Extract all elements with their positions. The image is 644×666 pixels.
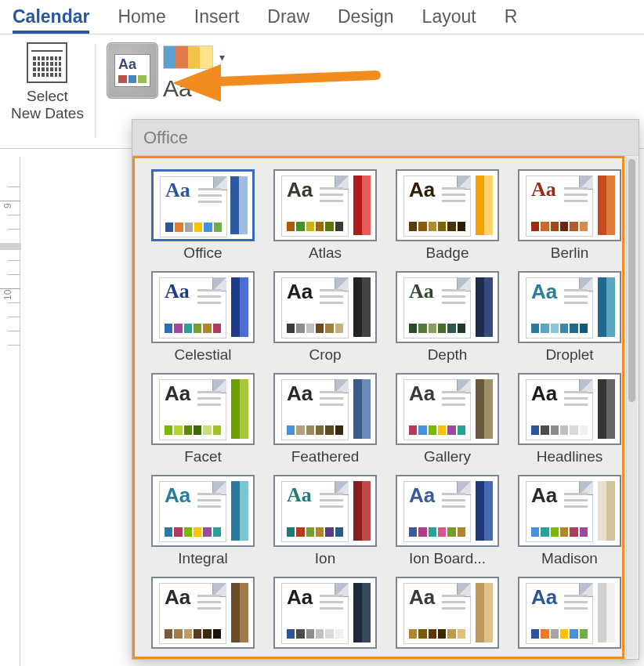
theme-thumb[interactable]: Aa bbox=[396, 169, 499, 241]
theme-thumb[interactable]: Aa bbox=[273, 271, 377, 343]
vertical-ruler: 9 10 bbox=[0, 157, 20, 666]
theme-thumb[interactable]: Aa bbox=[518, 373, 621, 445]
theme-thumb[interactable]: Aa bbox=[518, 169, 621, 241]
theme-label: Ion Board... bbox=[409, 550, 486, 567]
fonts-icon: Aa bbox=[163, 75, 192, 102]
chevron-down-icon: ▾ bbox=[198, 82, 204, 95]
ribbon-tabs: Calendar Home Insert Draw Design Layout … bbox=[0, 0, 644, 34]
theme-cell: AaDepth bbox=[390, 271, 505, 364]
themes-gallery: Office AaOfficeAaAtlasAaBadgeAaBerlinAaC… bbox=[132, 119, 639, 660]
ribbon-group-select-dates: Select New Dates bbox=[0, 42, 95, 148]
theme-label: Headlines bbox=[537, 448, 603, 465]
theme-label: Atlas bbox=[309, 244, 342, 262]
theme-cell: Aa bbox=[268, 577, 382, 652]
select-new-dates-icon[interactable] bbox=[27, 42, 67, 83]
theme-cell: AaFeathered bbox=[268, 373, 382, 465]
tab-layout[interactable]: Layout bbox=[422, 6, 476, 34]
theme-thumb[interactable]: Aa bbox=[518, 577, 621, 649]
theme-thumb[interactable]: Aa bbox=[151, 373, 255, 445]
theme-label: Celestial bbox=[175, 346, 232, 364]
theme-thumb[interactable]: Aa bbox=[518, 271, 621, 343]
tab-draw[interactable]: Draw bbox=[267, 6, 309, 34]
theme-label: Feathered bbox=[291, 448, 360, 465]
gallery-scrollbar[interactable] bbox=[626, 157, 637, 657]
theme-cell: AaCrop bbox=[268, 271, 382, 364]
theme-label: Integral bbox=[178, 550, 227, 567]
theme-thumb[interactable]: Aa bbox=[396, 577, 499, 649]
theme-cell: AaDroplet bbox=[512, 271, 624, 364]
theme-cell: AaHeadlines bbox=[512, 373, 624, 465]
theme-thumb[interactable]: Aa bbox=[396, 475, 499, 547]
ribbon-group-themes: Aa ▾ Aa ▾ bbox=[96, 42, 225, 102]
theme-thumb[interactable]: Aa bbox=[151, 577, 255, 649]
themes-grid: AaOfficeAaAtlasAaBadgeAaBerlinAaCelestia… bbox=[146, 169, 613, 652]
theme-cell: Aa bbox=[390, 577, 505, 652]
tab-next-partial[interactable]: R bbox=[505, 6, 518, 34]
theme-label: Ion bbox=[315, 550, 335, 567]
theme-cell: Aa bbox=[512, 577, 624, 652]
theme-label: Depth bbox=[428, 346, 468, 364]
theme-label: Facet bbox=[184, 448, 222, 465]
theme-cell: AaOffice bbox=[146, 169, 260, 262]
theme-label: Crop bbox=[309, 346, 341, 364]
themes-icon: Aa bbox=[114, 54, 150, 87]
theme-thumb[interactable]: Aa bbox=[151, 475, 255, 547]
gallery-section-header: Office bbox=[132, 120, 639, 156]
theme-label: Office bbox=[183, 244, 222, 262]
tab-home[interactable]: Home bbox=[118, 6, 165, 34]
theme-cell: Aa bbox=[146, 577, 260, 652]
theme-thumb[interactable]: Aa bbox=[273, 577, 377, 649]
tab-calendar[interactable]: Calendar bbox=[13, 6, 89, 34]
fonts-button[interactable]: Aa ▾ bbox=[163, 75, 204, 102]
theme-thumb[interactable]: Aa bbox=[273, 475, 377, 547]
gallery-scrollbar-thumb[interactable] bbox=[628, 159, 635, 402]
theme-thumb[interactable]: Aa bbox=[273, 169, 377, 241]
select-new-dates-label: Select New Dates bbox=[11, 88, 84, 122]
tab-insert[interactable]: Insert bbox=[194, 6, 240, 34]
theme-label: Badge bbox=[426, 244, 469, 262]
theme-thumb[interactable]: Aa bbox=[273, 373, 377, 445]
theme-cell: AaBerlin bbox=[512, 169, 624, 262]
theme-thumb[interactable]: Aa bbox=[151, 169, 255, 241]
colors-button[interactable]: ▾ bbox=[163, 45, 225, 69]
theme-label: Droplet bbox=[545, 346, 593, 364]
theme-thumb[interactable]: Aa bbox=[396, 373, 499, 445]
theme-cell: AaCelestial bbox=[146, 271, 260, 364]
theme-label: Berlin bbox=[551, 244, 589, 262]
theme-label: Gallery bbox=[424, 448, 471, 465]
theme-cell: AaIntegral bbox=[146, 475, 260, 567]
theme-cell: AaAtlas bbox=[268, 169, 382, 262]
tab-design[interactable]: Design bbox=[338, 6, 394, 34]
theme-cell: AaGallery bbox=[390, 373, 505, 465]
chevron-down-icon: ▾ bbox=[219, 51, 225, 63]
themes-button[interactable]: Aa bbox=[107, 42, 158, 99]
theme-label: Madison bbox=[541, 550, 598, 567]
theme-thumb[interactable]: Aa bbox=[151, 271, 255, 343]
gallery-highlight-annotation: AaOfficeAaAtlasAaBadgeAaBerlinAaCelestia… bbox=[132, 156, 624, 659]
theme-cell: AaFacet bbox=[146, 373, 260, 465]
theme-cell: AaIon Board... bbox=[390, 475, 505, 567]
theme-cell: AaMadison bbox=[512, 475, 624, 567]
theme-cell: AaIon bbox=[268, 475, 382, 567]
theme-cell: AaBadge bbox=[390, 169, 505, 262]
theme-thumb[interactable]: Aa bbox=[396, 271, 499, 343]
theme-thumb[interactable]: Aa bbox=[518, 475, 621, 547]
